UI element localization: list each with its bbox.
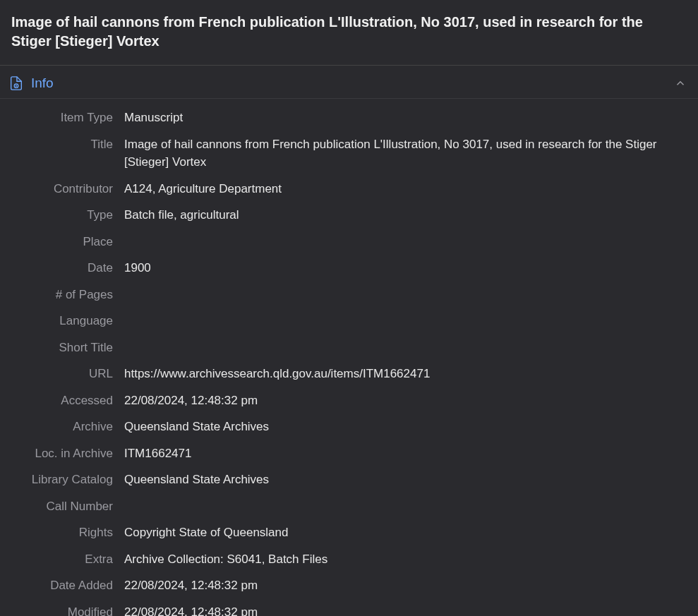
field-value[interactable]: https://www.archivessearch.qld.gov.au/it… (124, 365, 687, 383)
field-label: Accessed (11, 392, 124, 410)
field-loc-in-archive[interactable]: Loc. in Archive ITM1662471 (0, 440, 698, 467)
item-title: Image of hail cannons from French public… (11, 13, 687, 51)
field-modified[interactable]: Modified 22/08/2024, 12:48:32 pm (0, 599, 698, 617)
item-header: Image of hail cannons from French public… (0, 0, 698, 66)
info-table: Item Type Manuscript Title Image of hail… (0, 99, 698, 616)
field-date[interactable]: Date 1900 (0, 255, 698, 282)
field-label: Date (11, 259, 124, 277)
field-contributor[interactable]: Contributor A124, Agriculture Department (0, 176, 698, 203)
field-place[interactable]: Place (0, 229, 698, 255)
info-icon (8, 76, 24, 91)
field-value[interactable]: Manuscript (124, 109, 687, 127)
field-value[interactable]: 22/08/2024, 12:48:32 pm (124, 392, 687, 410)
field-label: Archive (11, 418, 124, 436)
field-item-type[interactable]: Item Type Manuscript (0, 104, 698, 131)
field-label: Library Catalog (11, 471, 124, 489)
field-label: Contributor (11, 180, 124, 198)
field-value[interactable]: 1900 (124, 259, 687, 277)
field-value[interactable]: Copyright State of Queensland (124, 524, 687, 542)
field-language[interactable]: Language (0, 308, 698, 334)
field-value[interactable]: ITM1662471 (124, 445, 687, 463)
field-label: Language (11, 312, 124, 330)
field-value[interactable]: Queensland State Archives (124, 471, 687, 489)
field-label: Modified (11, 603, 124, 617)
field-label: Date Added (11, 576, 124, 595)
field-url[interactable]: URL https://www.archivessearch.qld.gov.a… (0, 361, 698, 387)
info-section-title: Info (31, 76, 674, 91)
field-num-pages[interactable]: # of Pages (0, 282, 698, 308)
field-label: Short Title (11, 339, 124, 357)
field-label: Title (11, 135, 124, 154)
field-short-title[interactable]: Short Title (0, 334, 698, 361)
chevron-up-icon (674, 77, 687, 90)
field-extra[interactable]: Extra Archive Collection: S6041, Batch F… (0, 546, 698, 573)
field-type[interactable]: Type Batch file, agricultural (0, 202, 698, 229)
field-rights[interactable]: Rights Copyright State of Queensland (0, 519, 698, 546)
field-label: URL (11, 365, 124, 383)
field-label: Type (11, 206, 124, 224)
field-value[interactable]: A124, Agriculture Department (124, 180, 687, 198)
field-value[interactable]: Image of hail cannons from French public… (124, 135, 687, 171)
field-label: # of Pages (11, 286, 124, 304)
field-date-added[interactable]: Date Added 22/08/2024, 12:48:32 pm (0, 572, 698, 599)
field-label: Loc. in Archive (11, 445, 124, 463)
field-label: Extra (11, 550, 124, 569)
field-archive[interactable]: Archive Queensland State Archives (0, 413, 698, 440)
field-label: Place (11, 233, 124, 251)
field-value[interactable]: 22/08/2024, 12:48:32 pm (124, 603, 687, 617)
field-value[interactable]: Queensland State Archives (124, 418, 687, 436)
field-value[interactable]: Batch file, agricultural (124, 206, 687, 224)
field-title[interactable]: Title Image of hail cannons from French … (0, 131, 698, 176)
field-value[interactable]: Archive Collection: S6041, Batch Files (124, 550, 687, 569)
field-library-catalog[interactable]: Library Catalog Queensland State Archive… (0, 466, 698, 493)
field-label: Call Number (11, 497, 124, 516)
info-section-header[interactable]: Info (0, 66, 698, 99)
field-accessed[interactable]: Accessed 22/08/2024, 12:48:32 pm (0, 387, 698, 414)
field-label: Item Type (11, 109, 124, 127)
field-value[interactable]: 22/08/2024, 12:48:32 pm (124, 576, 687, 595)
field-call-number[interactable]: Call Number (0, 493, 698, 520)
field-label: Rights (11, 524, 124, 542)
